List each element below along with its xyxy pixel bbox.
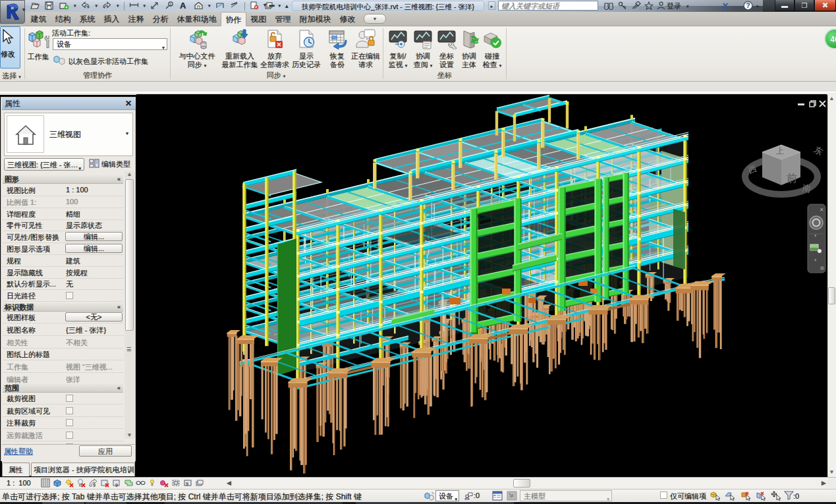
svg-text:▾: ▾ bbox=[814, 233, 817, 238]
svg-text:A: A bbox=[180, 1, 186, 9]
svg-text:X: X bbox=[722, 1, 729, 10]
svg-text:1: 1 bbox=[170, 3, 172, 7]
svg-text:9: 9 bbox=[93, 483, 96, 488]
svg-text:▾: ▾ bbox=[814, 258, 817, 262]
svg-text:前: 前 bbox=[787, 173, 797, 184]
svg-text:?: ? bbox=[746, 2, 750, 9]
svg-text:9: 9 bbox=[115, 483, 118, 488]
svg-text:9: 9 bbox=[186, 482, 188, 486]
svg-text:✕: ✕ bbox=[820, 207, 824, 213]
svg-text:上: 上 bbox=[776, 146, 784, 155]
